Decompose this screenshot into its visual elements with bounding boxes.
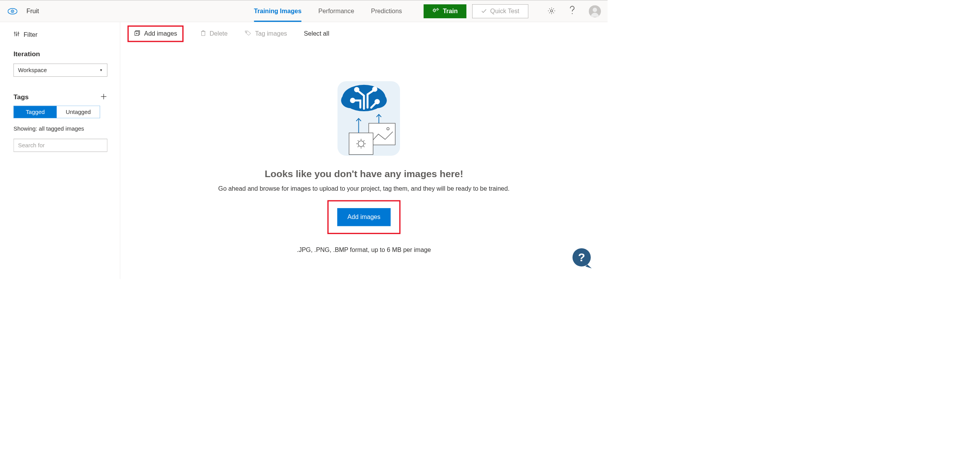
eye-icon [8, 8, 17, 14]
svg-line-8 [433, 9, 433, 9]
svg-point-44 [351, 99, 355, 102]
sidebar: Filter Iteration Workspace ▼ Tags Tagged… [0, 22, 120, 279]
empty-subtitle: Go ahead and browse for images to upload… [218, 185, 510, 192]
tag-search-input[interactable] [14, 139, 107, 152]
trash-icon [201, 29, 206, 38]
svg-rect-32 [202, 31, 205, 36]
tab-training-images[interactable]: Training Images [254, 0, 301, 22]
select-all-label: Select all [304, 30, 329, 37]
top-actions: Train Quick Test [424, 4, 528, 18]
gears-icon [432, 7, 440, 15]
toolbar: Add images Delete [120, 22, 608, 45]
add-images-button[interactable]: Add images [134, 29, 177, 38]
tags-toggle: Tagged Untagged [14, 106, 100, 118]
svg-point-37 [246, 32, 247, 33]
iteration-label: Iteration [14, 50, 107, 58]
add-images-highlight: Add images [128, 25, 184, 42]
svg-point-22 [14, 32, 16, 33]
svg-line-11 [435, 9, 436, 9]
tag-images-button: Tag images [244, 30, 287, 37]
tags-label: Tags [14, 93, 29, 101]
top-nav: Training Images Performance Predictions [254, 0, 402, 22]
toggle-untagged[interactable]: Untagged [57, 106, 100, 118]
svg-point-3 [433, 9, 435, 11]
svg-rect-50 [349, 133, 373, 155]
filter-row[interactable]: Filter [14, 31, 107, 38]
filter-icon [14, 31, 20, 38]
svg-point-17 [551, 10, 553, 12]
svg-point-2 [12, 11, 13, 12]
chevron-down-icon: ▼ [99, 68, 103, 72]
help-icon[interactable] [569, 6, 576, 17]
gear-icon[interactable] [547, 7, 556, 16]
tag-icon [244, 30, 252, 37]
svg-point-45 [376, 100, 379, 103]
svg-point-43 [373, 88, 377, 91]
train-button-label: Train [443, 7, 458, 15]
svg-line-9 [435, 11, 436, 12]
delete-button: Delete [201, 29, 228, 38]
empty-title: Looks like you don't have any images her… [265, 169, 463, 179]
tag-images-label: Tag images [255, 30, 287, 37]
select-all-button[interactable]: Select all [304, 30, 329, 37]
iteration-value: Workspace [18, 67, 47, 73]
quick-test-label: Quick Test [490, 7, 519, 15]
svg-point-20 [593, 8, 597, 12]
iteration-select[interactable]: Workspace ▼ [14, 64, 107, 76]
main-content: Add images Delete [120, 22, 608, 279]
toggle-tagged[interactable]: Tagged [14, 106, 57, 118]
avatar[interactable] [589, 5, 601, 17]
svg-point-12 [437, 9, 438, 10]
empty-illustration [323, 72, 405, 159]
project-name: Fruit [26, 7, 39, 15]
topbar: Fruit Training Images Performance Predic… [0, 0, 608, 22]
add-tag-button[interactable] [100, 93, 107, 101]
add-images-cta[interactable]: Add images [337, 208, 390, 226]
tab-predictions[interactable]: Predictions [371, 0, 402, 22]
empty-state: Looks like you don't have any images her… [120, 45, 608, 279]
svg-point-18 [572, 13, 573, 14]
quick-test-button[interactable]: Quick Test [472, 4, 528, 18]
svg-line-10 [433, 11, 433, 12]
floating-help-button[interactable]: ? [571, 247, 593, 269]
delete-label: Delete [210, 30, 228, 37]
add-images-label: Add images [144, 30, 177, 37]
svg-point-24 [16, 34, 17, 36]
add-images-cta-highlight: Add images [327, 200, 400, 234]
add-images-icon [134, 29, 140, 38]
svg-text:?: ? [578, 251, 585, 264]
train-button[interactable]: Train [424, 4, 466, 18]
top-icons [547, 5, 601, 17]
check-icon [481, 7, 487, 15]
showing-text: Showing: all tagged images [14, 126, 107, 132]
filter-label: Filter [24, 31, 38, 38]
tab-performance[interactable]: Performance [319, 0, 354, 22]
svg-point-42 [355, 88, 358, 91]
svg-point-26 [18, 33, 19, 34]
formats-text: .JPG, .PNG, .BMP format, up to 6 MB per … [297, 246, 431, 253]
